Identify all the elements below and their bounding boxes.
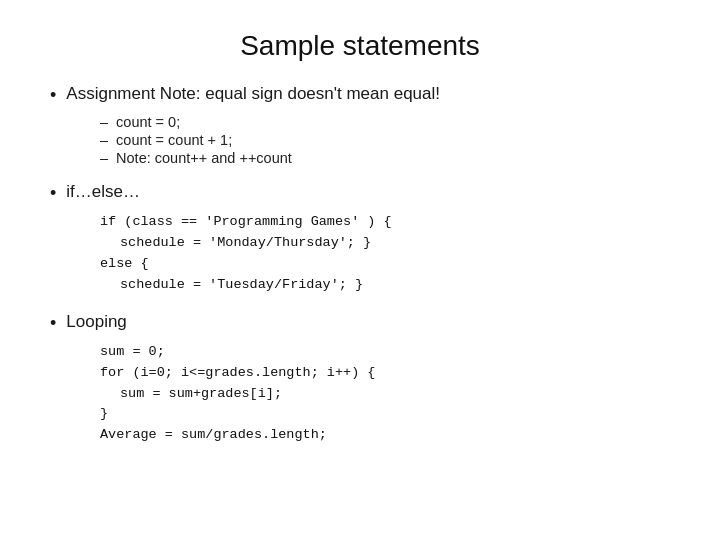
loop-code-line-5: Average = sum/grades.length; [100, 425, 670, 446]
bullet-item-looping: • Looping [50, 312, 670, 334]
assignment-label: Assignment Note: equal sign doesn't mean… [66, 84, 440, 104]
dash-text-2: count = count + 1; [116, 132, 232, 148]
page: Sample statements • Assignment Note: equ… [0, 0, 720, 540]
dash-icon-1: – [100, 114, 108, 130]
bullet-icon-3: • [50, 313, 56, 334]
loop-code-line-3: sum = sum+grades[i]; [120, 384, 670, 405]
dash-item-2: – count = count + 1; [100, 132, 670, 148]
bullet-item-ifelse: • if…else… [50, 182, 670, 204]
loop-code-line-4: } [100, 404, 670, 425]
loop-code-line-2: for (i=0; i<=grades.length; i++) { [100, 363, 670, 384]
code-line-3: else { [100, 254, 670, 275]
ifelse-code-block: if (class == 'Programming Games' ) { sch… [100, 212, 670, 296]
code-line-4: schedule = 'Tuesday/Friday'; } [120, 275, 670, 296]
looping-code-block: sum = 0; for (i=0; i<=grades.length; i++… [100, 342, 670, 447]
dash-item-3: – Note: count++ and ++count [100, 150, 670, 166]
looping-label: Looping [66, 312, 127, 332]
dash-text-3: Note: count++ and ++count [116, 150, 292, 166]
dash-text-1: count = 0; [116, 114, 180, 130]
bullet-item-assignment: • Assignment Note: equal sign doesn't me… [50, 84, 670, 106]
section-if-else: • if…else… if (class == 'Programming Gam… [50, 182, 670, 296]
dash-item-1: – count = 0; [100, 114, 670, 130]
assignment-dash-list: – count = 0; – count = count + 1; – Note… [100, 114, 670, 166]
bullet-icon: • [50, 85, 56, 106]
section-looping: • Looping sum = 0; for (i=0; i<=grades.l… [50, 312, 670, 447]
dash-icon-2: – [100, 132, 108, 148]
page-title: Sample statements [50, 30, 670, 62]
ifelse-label: if…else… [66, 182, 140, 202]
loop-code-line-1: sum = 0; [100, 342, 670, 363]
code-line-2: schedule = 'Monday/Thursday'; } [120, 233, 670, 254]
section-assignment: • Assignment Note: equal sign doesn't me… [50, 84, 670, 166]
dash-icon-3: – [100, 150, 108, 166]
code-line-1: if (class == 'Programming Games' ) { [100, 212, 670, 233]
bullet-icon-2: • [50, 183, 56, 204]
